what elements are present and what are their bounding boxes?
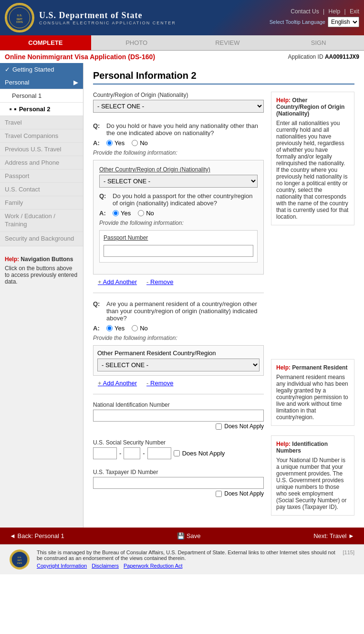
q2-no-radio[interactable] bbox=[138, 210, 144, 216]
q2-yes-radio[interactable] bbox=[113, 210, 119, 216]
sidebar-item-work-education[interactable]: Work / Education / Training bbox=[0, 210, 83, 232]
navigation-tabs: COMPLETE PHOTO REVIEW SIGN bbox=[0, 35, 364, 51]
taxpayer-input[interactable] bbox=[93, 477, 264, 489]
q1-yes-label[interactable]: Yes bbox=[106, 139, 125, 147]
sidebar-help-label: Help: bbox=[5, 256, 19, 263]
q2-label: Q: bbox=[99, 192, 109, 207]
ssn-part3[interactable] bbox=[147, 447, 171, 459]
sidebar-item-security[interactable]: Security and Background bbox=[0, 232, 83, 246]
q2-row: Q: Do you hold a passport for the other … bbox=[99, 192, 258, 207]
q2-provide-text: Provide the following information: bbox=[99, 220, 258, 226]
tab-complete[interactable]: COMPLETE bbox=[0, 35, 91, 50]
sidebar-item-address-phone[interactable]: Address and Phone bbox=[0, 156, 83, 169]
national-id-input[interactable] bbox=[93, 410, 264, 422]
next-button[interactable]: Next: Travel ► bbox=[304, 528, 364, 544]
ssn-dna-label: Does Not Apply bbox=[182, 450, 225, 457]
bottom-navigation: ◄ Back: Personal 1 💾 Save Next: Travel ► bbox=[0, 528, 364, 544]
q3-radio-group: Yes No bbox=[106, 325, 148, 332]
header-links: Contact Us | Help | Exit bbox=[270, 8, 359, 15]
add-remove-row-1: Add Another Remove bbox=[93, 278, 264, 285]
exit-link[interactable]: Exit bbox=[350, 8, 359, 15]
help-link[interactable]: Help bbox=[329, 8, 341, 15]
sidebar-item-personal2[interactable]: ■ Personal 2 bbox=[0, 103, 83, 116]
sidebar-personal2-label: Personal 2 bbox=[19, 106, 51, 113]
resident-country-select[interactable]: - SELECT ONE - bbox=[97, 359, 260, 371]
q3-no-label[interactable]: No bbox=[132, 325, 148, 332]
contact-us-link[interactable]: Contact Us bbox=[291, 8, 319, 15]
help-box-nationality: Help: Other Country/Region of Origin (Na… bbox=[271, 92, 354, 225]
q1-yes-radio[interactable] bbox=[106, 140, 113, 146]
back-button[interactable]: ◄ Back: Personal 1 bbox=[0, 528, 74, 544]
sidebar-item-us-contact[interactable]: U.S. Contact bbox=[0, 183, 83, 196]
ssn-part2[interactable] bbox=[124, 447, 140, 459]
paperwork-link[interactable]: Paperwork Reduction Act bbox=[124, 563, 183, 569]
national-id-section: National Identification Number Does Not … bbox=[93, 402, 264, 430]
ssn-dna-checkbox[interactable] bbox=[174, 450, 180, 456]
other-nationality-select[interactable]: - SELECT ONE - bbox=[99, 175, 258, 188]
ssn-section: U.S. Social Security Number - - Does Not… bbox=[93, 439, 264, 459]
agency-title: U.S. Department of State CONSULAR ELECTR… bbox=[39, 11, 176, 25]
main-layout: ✓ Getting Started Personal ▶ Personal 1 … bbox=[0, 63, 364, 528]
tab-review[interactable]: REVIEW bbox=[182, 35, 273, 50]
sidebar-personal1-label: Personal 1 bbox=[12, 92, 42, 99]
q3-label: Q: bbox=[93, 300, 103, 322]
sidebar-help-title: Navigation Buttons bbox=[21, 256, 73, 263]
q3-yes-radio[interactable] bbox=[106, 325, 113, 331]
language-dropdown[interactable]: English bbox=[328, 17, 359, 27]
national-id-dna: Does Not Apply bbox=[93, 423, 264, 430]
q3-row: Q: Are you a permanent resident of a cou… bbox=[93, 300, 264, 322]
sidebar-item-travel-companions[interactable]: Travel Companions bbox=[0, 129, 83, 143]
passport-number-subform: Passport Number bbox=[99, 230, 258, 263]
copyright-link[interactable]: Copyright Information bbox=[37, 563, 87, 569]
national-id-dna-checkbox[interactable] bbox=[216, 423, 222, 430]
sidebar-item-passport[interactable]: Passport bbox=[0, 169, 83, 183]
tab-sign[interactable]: SIGN bbox=[273, 35, 364, 50]
sidebar-item-travel[interactable]: Travel bbox=[0, 116, 83, 129]
remove-link-2[interactable]: Remove bbox=[146, 380, 173, 387]
nationality-select[interactable]: - SELECT ONE - bbox=[93, 100, 264, 113]
app-id: Application ID AA00911JX9 bbox=[288, 53, 359, 60]
q2-no-label[interactable]: No bbox=[138, 210, 154, 217]
sidebar-help: Help: Navigation Buttons Click on the bu… bbox=[0, 251, 83, 290]
help-nationality-title: Help: bbox=[276, 97, 291, 104]
q2-yes-label[interactable]: Yes bbox=[113, 210, 131, 217]
add-another-link-1[interactable]: Add Another bbox=[98, 278, 137, 285]
nationality-section: Country/Region of Origin (Nationality) -… bbox=[93, 92, 264, 113]
sidebar-item-prev-travel[interactable]: Previous U.S. Travel bbox=[0, 143, 83, 156]
q3-no-radio[interactable] bbox=[132, 325, 138, 331]
form-help-layout: Country/Region of Origin (Nationality) -… bbox=[93, 92, 354, 520]
help-id-title: Help: bbox=[276, 441, 291, 447]
help-pr-text: Permanent resident means any individual … bbox=[276, 374, 349, 421]
sidebar-item-family[interactable]: Family bbox=[0, 196, 83, 210]
sidebar-section-getting-started[interactable]: ✓ Getting Started bbox=[0, 63, 83, 76]
resident-country-label: Other Permanent Resident Country/Region bbox=[97, 349, 260, 357]
q2-answer-label: A: bbox=[99, 210, 109, 217]
sidebar-item-personal1[interactable]: Personal 1 bbox=[0, 89, 83, 103]
q3-provide-text: Provide the following information: bbox=[93, 335, 264, 341]
footer-links: Copyright Information Disclaimers Paperw… bbox=[37, 563, 336, 569]
ssn-label: U.S. Social Security Number bbox=[93, 439, 264, 446]
tab-photo[interactable]: PHOTO bbox=[91, 35, 182, 50]
sidebar-personal-label: Personal bbox=[5, 79, 29, 86]
footer-text-col: This site is managed by the Bureau of Co… bbox=[37, 549, 336, 569]
ssn-part1[interactable] bbox=[93, 447, 117, 459]
remove-link-1[interactable]: Remove bbox=[146, 278, 173, 285]
sidebar-item-personal[interactable]: Personal ▶ bbox=[0, 76, 83, 89]
footer-seal: U.S. DEPT STATE bbox=[10, 549, 30, 570]
svg-text:DEPT: DEPT bbox=[17, 560, 22, 561]
q1-no-radio[interactable] bbox=[132, 140, 138, 146]
q1-block: Q: Do you hold or have you held any nati… bbox=[93, 122, 264, 285]
q3-yes-label[interactable]: Yes bbox=[106, 325, 125, 332]
section-divider-2 bbox=[93, 394, 264, 394]
taxpayer-dna-label: Does Not Apply bbox=[224, 490, 264, 497]
add-another-link-2[interactable]: Add Another bbox=[98, 380, 137, 387]
passport-number-input[interactable] bbox=[104, 245, 253, 257]
q1-radio-group: Yes No bbox=[106, 139, 148, 147]
disclaimers-link[interactable]: Disclaimers bbox=[92, 563, 119, 569]
ssn-input-group: - - Does Not Apply bbox=[93, 447, 264, 459]
taxpayer-dna-checkbox[interactable] bbox=[216, 491, 222, 497]
q1-answer-label: A: bbox=[93, 139, 103, 147]
q1-no-label[interactable]: No bbox=[132, 139, 148, 147]
save-button[interactable]: 💾 Save bbox=[167, 528, 210, 544]
current-indicator: ■ bbox=[14, 107, 17, 111]
